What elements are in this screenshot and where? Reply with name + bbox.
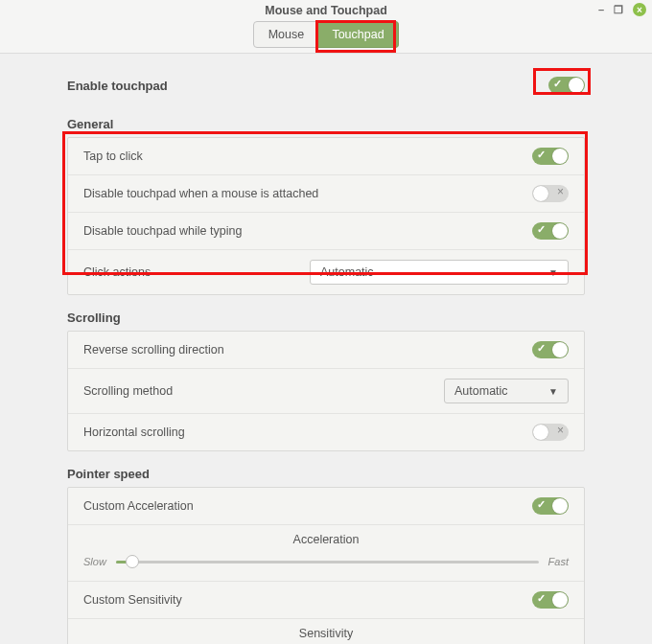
window-title: Mouse and Touchpad — [265, 4, 387, 17]
sensitivity-title: Sensitivity — [83, 627, 569, 640]
content-area: Enable touchpad General Tap to click Dis… — [0, 54, 652, 644]
click-actions-value: Automatic — [320, 265, 374, 279]
tap-to-click-label: Tap to click — [83, 150, 532, 163]
minimize-button[interactable]: – — [598, 5, 604, 15]
scrolling-method-value: Automatic — [454, 384, 508, 398]
acceleration-title: Acceleration — [83, 533, 569, 546]
acceleration-slider[interactable] — [116, 554, 539, 569]
section-title-scrolling: Scrolling — [67, 310, 629, 325]
panel-scrolling: Reverse scrolling direction Scrolling me… — [67, 331, 585, 451]
chevron-down-icon: ▼ — [548, 386, 558, 397]
tab-mouse[interactable]: Mouse — [253, 21, 318, 48]
scrolling-method-dropdown[interactable]: Automatic ▼ — [444, 379, 569, 403]
tab-bar: Mouse Touchpad — [0, 21, 652, 54]
disable-while-typing-label: Disable touchpad while typing — [83, 224, 532, 238]
custom-sensitivity-toggle[interactable] — [532, 591, 569, 609]
section-title-pointer: Pointer speed — [67, 467, 629, 481]
disable-when-mouse-label: Disable touchpad when a mouse is attache… — [83, 187, 532, 200]
custom-sensitivity-label: Custom Sensitivity — [83, 593, 532, 607]
tap-to-click-toggle[interactable] — [532, 148, 569, 165]
horizontal-scrolling-toggle[interactable] — [532, 424, 569, 441]
reverse-scrolling-toggle[interactable] — [532, 341, 569, 358]
horizontal-scrolling-label: Horizontal scrolling — [83, 426, 532, 439]
section-title-general: General — [67, 117, 629, 131]
panel-general: Tap to click Disable touchpad when a mou… — [67, 137, 585, 295]
enable-touchpad-label: Enable touchpad — [67, 79, 168, 93]
tab-touchpad[interactable]: Touchpad — [318, 21, 398, 48]
panel-pointer: Custom Acceleration Acceleration Slow Fa… — [67, 487, 585, 644]
disable-when-mouse-toggle[interactable] — [532, 185, 569, 202]
custom-acceleration-toggle[interactable] — [532, 497, 569, 515]
click-actions-label: Click actions — [83, 265, 304, 279]
enable-touchpad-toggle[interactable] — [548, 77, 585, 94]
window-titlebar: Mouse and Touchpad – ❐ × — [0, 0, 652, 21]
chevron-down-icon: ▼ — [548, 267, 558, 278]
disable-while-typing-toggle[interactable] — [532, 222, 569, 240]
maximize-button[interactable]: ❐ — [614, 5, 623, 15]
close-button[interactable]: × — [633, 3, 646, 16]
custom-acceleration-label: Custom Acceleration — [83, 499, 532, 513]
acceleration-max-label: Fast — [548, 556, 569, 567]
acceleration-min-label: Slow — [83, 556, 106, 567]
reverse-scrolling-label: Reverse scrolling direction — [83, 343, 532, 356]
click-actions-dropdown[interactable]: Automatic ▼ — [310, 260, 569, 285]
scrolling-method-label: Scrolling method — [83, 384, 444, 398]
